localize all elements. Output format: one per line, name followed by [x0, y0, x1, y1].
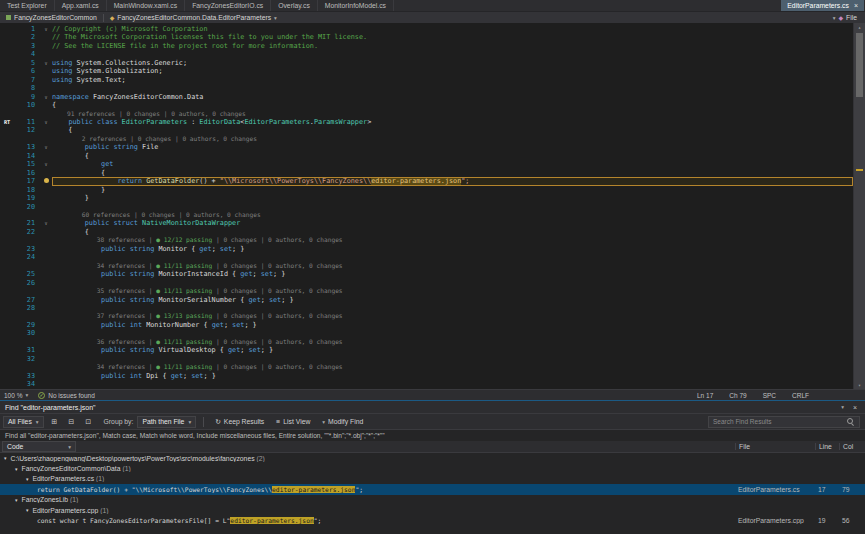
- codelens-row[interactable]: 38 references | ● 12/12 passing | 0 chan…: [0, 236, 853, 244]
- expander-icon[interactable]: ▾: [26, 507, 29, 513]
- code-line[interactable]: 33 public int Dpi { get; set; }: [0, 372, 853, 380]
- tab-editorparameters-cs[interactable]: EditorParameters.cs ×: [781, 0, 864, 11]
- result-group-row[interactable]: ▾FancyZonesLib (1): [0, 495, 865, 505]
- code-line[interactable]: 14 {: [0, 152, 853, 160]
- result-group-row[interactable]: ▾EditorParameters.cpp (1): [0, 505, 865, 515]
- code-line[interactable]: 19 }: [0, 194, 853, 202]
- code-line[interactable]: 28: [0, 304, 853, 312]
- code-line[interactable]: 15∨ get: [0, 160, 853, 168]
- fold-arrow[interactable]: ∨: [40, 143, 52, 151]
- close-icon[interactable]: ×: [854, 2, 858, 9]
- expander-icon[interactable]: ▾: [4, 455, 7, 461]
- code-line[interactable]: 21∨ public struct NativeMonitorDataWrapp…: [0, 219, 853, 227]
- expander-icon[interactable]: ▾: [15, 497, 18, 503]
- code-line[interactable]: 8: [0, 84, 853, 92]
- result-group-row[interactable]: ▾C:\Users\zhaopengwang\Desktop\powertoys…: [0, 453, 865, 463]
- code-line[interactable]: 6using System.Globalization;: [0, 67, 853, 75]
- codelens-row[interactable]: 60 references | 0 changes | 0 authors, 0…: [0, 211, 853, 219]
- code-line[interactable]: 2// The Microsoft Corporation licenses t…: [0, 33, 853, 41]
- column-header-col[interactable]: Col: [839, 443, 865, 450]
- code-line[interactable]: 7using System.Text;: [0, 76, 853, 84]
- save-results-icon[interactable]: ⊡: [82, 416, 95, 428]
- find-panel-title-bar[interactable]: Find "editor-parameters.json" ▾ ×: [0, 401, 865, 413]
- scroll-down-icon[interactable]: ▾: [854, 381, 865, 389]
- fold-arrow[interactable]: ∨: [40, 59, 52, 67]
- expander-icon[interactable]: ▾: [26, 476, 29, 482]
- quick-actions-icon[interactable]: [40, 177, 52, 185]
- fold-arrow[interactable]: ∨: [40, 118, 52, 126]
- code-line[interactable]: 30: [0, 329, 853, 337]
- fold-arrow[interactable]: ∨: [40, 219, 52, 227]
- result-group-row[interactable]: ▾FancyZonesEditorCommon\Data (1): [0, 463, 865, 473]
- tab-app-xaml-cs[interactable]: App.xaml.cs: [55, 0, 107, 11]
- code-line[interactable]: RT11∨ public class EditorParameters : Ed…: [0, 118, 853, 126]
- tab-monitorinfomodel-cs[interactable]: MonitorInfoModel.cs: [318, 0, 394, 11]
- scope-dropdown[interactable]: Code ▾: [2, 441, 76, 452]
- code-line[interactable]: 34: [0, 380, 853, 388]
- code-line[interactable]: 22 {: [0, 228, 853, 236]
- result-group-row[interactable]: ▾EditorParameters.cs (1): [0, 474, 865, 484]
- member-dropdown[interactable]: ▾ ◆ File: [827, 12, 865, 23]
- code-line[interactable]: 26: [0, 279, 853, 287]
- list-view-toggle[interactable]: ≡ List View: [272, 416, 314, 428]
- issues-indicator[interactable]: ✓ No issues found: [38, 392, 95, 399]
- code-editor[interactable]: 1∨// Copyright (c) Microsoft Corporation…: [0, 23, 865, 389]
- code-line[interactable]: 13∨ public string File: [0, 143, 853, 151]
- code-line[interactable]: 10{: [0, 101, 853, 109]
- code-line[interactable]: 5∨using System.Collections.Generic;: [0, 59, 853, 67]
- open-results-icon[interactable]: ⊞: [48, 416, 61, 428]
- fold-arrow[interactable]: ∨: [40, 25, 52, 33]
- code-line[interactable]: 9∨namespace FancyZonesEditorCommon.Data: [0, 93, 853, 101]
- result-row[interactable]: const wchar_t FancyZonesEditorParameters…: [0, 515, 865, 525]
- search-input[interactable]: [713, 418, 847, 425]
- line-ending-indicator[interactable]: CRLF: [792, 392, 809, 399]
- code-line[interactable]: 24: [0, 253, 853, 261]
- fold-arrow[interactable]: ∨: [40, 160, 52, 168]
- search-find-results-box[interactable]: [708, 416, 860, 428]
- codelens-row[interactable]: 37 references | ● 13/13 passing | 0 chan…: [0, 312, 853, 320]
- code-line[interactable]: 31 public string VirtualDesktop { get; s…: [0, 346, 853, 354]
- line-indicator[interactable]: Ln 17: [697, 392, 713, 399]
- scrollbar-thumb[interactable]: [856, 33, 863, 97]
- codelens-row[interactable]: 34 references | ● 11/11 passing | 0 chan…: [0, 363, 853, 371]
- tab-mainwindow-xaml-cs[interactable]: MainWindow.xaml.cs: [107, 0, 185, 11]
- code-line[interactable]: 25 public string MonitorInstanceId { get…: [0, 270, 853, 278]
- codelens-row[interactable]: 36 references | ● 11/11 passing | 0 chan…: [0, 338, 853, 346]
- code-line[interactable]: 27 public string MonitorSerialNumber { g…: [0, 296, 853, 304]
- tab-overlay-cs[interactable]: Overlay.cs: [271, 0, 318, 11]
- column-indicator[interactable]: Ch 79: [729, 392, 746, 399]
- column-header-file[interactable]: File: [735, 443, 815, 450]
- keep-results-toggle[interactable]: ↻ Keep Results: [211, 416, 268, 428]
- files-filter-dropdown[interactable]: All Files ▾: [3, 416, 44, 428]
- type-dropdown[interactable]: ◆ FancyZonesEditorCommon.Data.EditorPara…: [104, 12, 283, 23]
- close-icon[interactable]: ×: [853, 404, 857, 411]
- window-position-icon[interactable]: ▾: [841, 404, 844, 411]
- code-line[interactable]: 18 }: [0, 186, 853, 194]
- scroll-up-icon[interactable]: ▴: [854, 23, 865, 31]
- tab-test-explorer[interactable]: Test Explorer: [0, 0, 55, 11]
- codelens-row[interactable]: 35 references | ● 11/11 passing | 0 chan…: [0, 287, 853, 295]
- zoom-control[interactable]: 100 % ▾: [4, 392, 28, 399]
- result-row[interactable]: return GetDataFolder() + "\\Microsoft\\P…: [0, 484, 865, 494]
- codelens-row[interactable]: 91 references | 0 changes | 0 authors, 0…: [0, 110, 853, 118]
- codelens-row[interactable]: 2 references | 0 changes | 0 authors, 0 …: [0, 135, 853, 143]
- modify-find-button[interactable]: ▾ Modify Find: [318, 416, 367, 428]
- code-line[interactable]: 1∨// Copyright (c) Microsoft Corporation: [0, 25, 853, 33]
- code-line[interactable]: 3// See the LICENSE file in the project …: [0, 42, 853, 50]
- code-line[interactable]: 23 public string Monitor { get; set; }: [0, 245, 853, 253]
- code-line[interactable]: 29 public int MonitorNumber { get; set; …: [0, 321, 853, 329]
- code-line[interactable]: 32: [0, 355, 853, 363]
- codelens-row[interactable]: 34 references | ● 11/11 passing | 0 chan…: [0, 262, 853, 270]
- code-line[interactable]: 16 {: [0, 169, 853, 177]
- copy-results-icon[interactable]: ⊟: [65, 416, 78, 428]
- vertical-scrollbar[interactable]: ▴ ▾: [853, 23, 865, 389]
- expander-icon[interactable]: ▾: [15, 466, 18, 472]
- indent-mode-indicator[interactable]: SPC: [763, 392, 776, 399]
- code-line[interactable]: 20: [0, 203, 853, 211]
- code-line[interactable]: 17 return GetDataFolder() + "\\Microsoft…: [0, 177, 853, 185]
- group-by-dropdown[interactable]: Path then File ▾: [137, 416, 196, 428]
- column-header-line[interactable]: Line: [815, 443, 839, 450]
- code-line[interactable]: 4: [0, 50, 853, 58]
- fold-arrow[interactable]: ∨: [40, 93, 52, 101]
- tab-fancyzoneseditorio-cs[interactable]: FancyZonesEditorIO.cs: [185, 0, 271, 11]
